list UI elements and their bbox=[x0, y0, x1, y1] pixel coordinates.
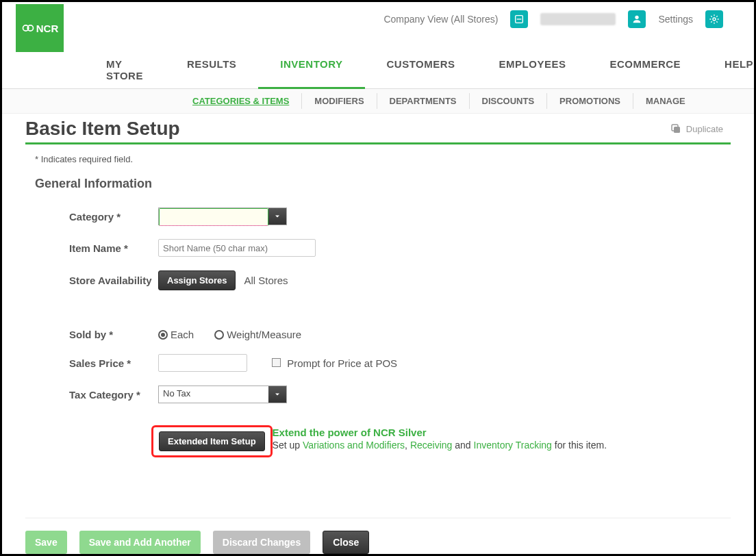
extended-description: Set up Variations and Modifiers, Receivi… bbox=[273, 440, 607, 451]
company-view-label[interactable]: Company View (All Stores) bbox=[383, 14, 498, 25]
category-label: Category * bbox=[69, 211, 158, 223]
svg-point-5 bbox=[713, 18, 716, 21]
sub-nav: CATEGORIES & ITEMS MODIFIERS DEPARTMENTS… bbox=[2, 89, 754, 114]
tab-inventory[interactable]: INVENTORY bbox=[258, 53, 364, 89]
extended-setup-highlight: Extended Item Setup bbox=[151, 425, 273, 457]
category-dropdown[interactable] bbox=[158, 207, 287, 225]
prompt-price-label: Prompt for Price at POS bbox=[287, 357, 397, 369]
item-name-label: Item Name * bbox=[69, 242, 158, 254]
sold-by-radio-weight-label: Weight/Measure bbox=[227, 329, 301, 340]
duplicate-button[interactable]: Duplicate bbox=[670, 123, 723, 135]
section-title: General Information bbox=[35, 177, 724, 191]
gear-icon[interactable] bbox=[705, 10, 723, 28]
sold-by-radio-each[interactable]: Each bbox=[158, 329, 194, 340]
company-icon[interactable] bbox=[510, 10, 528, 28]
subtab-manage[interactable]: MANAGE bbox=[633, 93, 698, 109]
extended-item-setup-button[interactable]: Extended Item Setup bbox=[159, 431, 265, 451]
sales-price-input[interactable] bbox=[158, 354, 247, 372]
main-nav: MY STORE RESULTS INVENTORY CUSTOMERS EMP… bbox=[2, 32, 754, 89]
discard-changes-button[interactable]: Discard Changes bbox=[213, 531, 310, 554]
tab-my-store[interactable]: MY STORE bbox=[84, 53, 165, 88]
category-input[interactable] bbox=[159, 208, 268, 226]
svg-rect-6 bbox=[674, 127, 680, 133]
subtab-departments[interactable]: DEPARTMENTS bbox=[377, 93, 470, 109]
link-receiving[interactable]: Receiving bbox=[410, 440, 452, 451]
subtab-categories-items[interactable]: CATEGORIES & ITEMS bbox=[180, 93, 302, 109]
tab-ecommerce[interactable]: ECOMMERCE bbox=[588, 53, 703, 88]
settings-link[interactable]: Settings bbox=[658, 14, 693, 25]
tax-category-value: No Tax bbox=[159, 386, 268, 403]
save-button[interactable]: Save bbox=[25, 531, 67, 554]
checkbox-icon bbox=[272, 358, 281, 367]
tab-customers[interactable]: CUSTOMERS bbox=[365, 53, 477, 88]
chevron-down-icon[interactable] bbox=[268, 386, 286, 403]
footer-buttons: Save Save and Add Another Discard Change… bbox=[2, 518, 754, 554]
save-and-add-button[interactable]: Save and Add Another bbox=[79, 531, 201, 554]
tax-category-label: Tax Category * bbox=[69, 389, 158, 401]
svg-point-4 bbox=[635, 16, 639, 19]
subtab-discounts[interactable]: DISCOUNTS bbox=[470, 93, 548, 109]
svg-rect-3 bbox=[517, 18, 522, 19]
radio-icon bbox=[214, 330, 224, 340]
brand-text: NCR bbox=[36, 23, 59, 34]
subtab-modifiers[interactable]: MODIFIERS bbox=[302, 93, 377, 109]
link-variations-modifiers[interactable]: Variations and Modifiers bbox=[303, 440, 405, 451]
user-icon[interactable] bbox=[628, 10, 646, 28]
user-name-blurred bbox=[540, 13, 616, 25]
extended-headline: Extend the power of NCR Silver bbox=[273, 427, 607, 438]
form-scroll-area[interactable]: * Indicates required field. General Info… bbox=[25, 144, 731, 518]
store-availability-text: All Stores bbox=[244, 275, 288, 286]
duplicate-icon bbox=[670, 123, 682, 135]
tab-results[interactable]: RESULTS bbox=[165, 53, 258, 88]
tax-category-dropdown[interactable]: No Tax bbox=[158, 386, 287, 403]
assign-stores-button[interactable]: Assign Stores bbox=[158, 270, 236, 290]
store-availability-label: Store Availability bbox=[69, 275, 158, 286]
link-inventory-tracking[interactable]: Inventory Tracking bbox=[474, 440, 552, 451]
required-note: * Indicates required field. bbox=[35, 154, 724, 164]
item-name-input[interactable] bbox=[158, 239, 316, 257]
tab-employees[interactable]: EMPLOYEES bbox=[477, 53, 588, 88]
chevron-down-icon[interactable] bbox=[268, 208, 286, 225]
tab-help[interactable]: HELP bbox=[703, 53, 756, 88]
brand-logo: NCR bbox=[16, 4, 64, 52]
close-button[interactable]: Close bbox=[323, 531, 369, 554]
sales-price-label: Sales Price * bbox=[69, 357, 158, 369]
sold-by-radio-each-label: Each bbox=[171, 329, 194, 340]
radio-icon bbox=[158, 330, 168, 340]
page-title: Basic Item Setup bbox=[25, 118, 180, 140]
prompt-price-checkbox[interactable]: Prompt for Price at POS bbox=[272, 357, 397, 369]
duplicate-label: Duplicate bbox=[686, 124, 723, 134]
sold-by-radio-weight[interactable]: Weight/Measure bbox=[214, 329, 301, 340]
subtab-promotions[interactable]: PROMOTIONS bbox=[547, 93, 633, 109]
sold-by-label: Sold by * bbox=[69, 329, 158, 340]
